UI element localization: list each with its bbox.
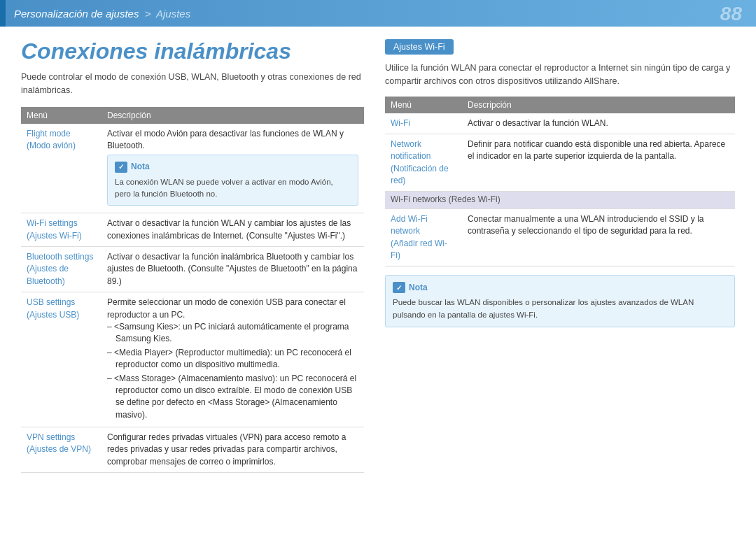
desc-cell: Definir para notificar cuando está dispo…	[462, 134, 735, 192]
settings-table: Menú Descripción Flight mode(Modo avión)…	[21, 107, 364, 474]
desc-cell: Activar o desactivar la función WLAN.	[462, 113, 735, 134]
table-row: Wi-Fi settings(Ajustes Wi-Fi) Activar o …	[21, 213, 364, 247]
breadcrumb-part1: Personalización de ajustes	[14, 8, 139, 20]
usb-list: <Samsung Kies>: un PC iniciará automátic…	[107, 321, 358, 421]
table-row: VPN settings(Ajustes de VPN) Configurar …	[21, 427, 364, 473]
col-header-desc: Descripción	[102, 107, 364, 124]
right-intro: Utilice la función WLAN para conectar el…	[385, 62, 735, 88]
table-row: USB settings(Ajustes USB) Permite selecc…	[21, 292, 364, 427]
main-content: Conexiones inalámbricas Puede controlar …	[0, 27, 756, 485]
wifi-col-menu: Menú	[385, 97, 462, 113]
menu-cell: VPN settings(Ajustes de VPN)	[21, 427, 102, 473]
table-row: Add Wi-Fi network(Añadir red Wi-Fi) Cone…	[385, 208, 735, 266]
note-icon: ✓	[115, 162, 127, 173]
note-text: La conexión WLAN se puede volver a activ…	[115, 178, 333, 198]
left-column: Conexiones inalámbricas Puede controlar …	[21, 39, 364, 473]
desc-text: Activar el modo Avión para desactivar la…	[107, 129, 344, 150]
intro-text: Puede controlar el modo de conexión USB,…	[21, 71, 364, 97]
note-header: ✓ Nota	[115, 161, 351, 173]
note-text: Puede buscar las WLAN disponibles o pers…	[393, 298, 694, 318]
desc-cell: Conectar manualmente a una WLAN introduc…	[462, 208, 735, 266]
menu-cell: USB settings(Ajustes USB)	[21, 292, 102, 427]
menu-cell: Wi-Fi settings(Ajustes Wi-Fi)	[21, 213, 102, 247]
page-number: 88	[720, 3, 742, 25]
wifi-table: Menú Descripción Wi-Fi Activar o desacti…	[385, 97, 735, 267]
note-label: Nota	[131, 161, 150, 173]
list-item: <Mass Storage> (Almacenamiento masivo): …	[107, 373, 358, 422]
breadcrumb-part2: Ajustes	[156, 8, 190, 20]
note-icon: ✓	[393, 282, 405, 293]
desc-cell: Activar o desactivar la función WLAN y c…	[102, 213, 364, 247]
right-column: Ajustes Wi-Fi Utilice la función WLAN pa…	[385, 39, 735, 473]
section-header-cell: Wi-Fi networks (Redes Wi-Fi)	[385, 192, 735, 208]
table-row: Network notification(Notificación de red…	[385, 134, 735, 192]
desc-main: Permite seleccionar un modo de conexión …	[107, 297, 346, 319]
col-header-menu: Menú	[21, 107, 102, 124]
page-title: Conexiones inalámbricas	[21, 39, 364, 64]
desc-cell: Configurar redes privadas virtuales (VPN…	[102, 427, 364, 473]
menu-cell: Bluetooth settings (Ajustes de Bluetooth…	[21, 246, 102, 292]
blue-stripe	[0, 0, 6, 27]
right-note-box: ✓ Nota Puede buscar las WLAN disponibles…	[385, 275, 735, 327]
menu-cell: Add Wi-Fi network(Añadir red Wi-Fi)	[385, 208, 462, 266]
table-row: Wi-Fi Activar o desactivar la función WL…	[385, 113, 735, 134]
breadcrumb: Personalización de ajustes > Ajustes	[14, 8, 190, 20]
breadcrumb-separator: >	[145, 8, 151, 20]
desc-cell: Activar el modo Avión para desactivar la…	[102, 124, 364, 213]
section-badge: Ajustes Wi-Fi	[385, 39, 454, 55]
list-item: <Samsung Kies>: un PC iniciará automátic…	[107, 321, 358, 346]
menu-cell: Wi-Fi	[385, 113, 462, 134]
wifi-col-desc: Descripción	[462, 97, 735, 113]
note-label: Nota	[409, 281, 428, 294]
table-row: Bluetooth settings (Ajustes de Bluetooth…	[21, 246, 364, 292]
list-item: <Media Player> (Reproductor multimedia):…	[107, 347, 358, 371]
menu-cell: Network notification(Notificación de red…	[385, 134, 462, 192]
note-box: ✓ Nota La conexión WLAN se puede volver …	[107, 155, 358, 206]
desc-cell: Activar o desactivar la función inalámbr…	[102, 246, 364, 292]
desc-cell: Permite seleccionar un modo de conexión …	[102, 292, 364, 427]
table-row: Flight mode(Modo avión) Activar el modo …	[21, 124, 364, 213]
header-bar: Personalización de ajustes > Ajustes 88	[0, 0, 756, 27]
note-header: ✓ Nota	[393, 281, 727, 294]
menu-cell: Flight mode(Modo avión)	[21, 124, 102, 213]
table-row: Wi-Fi networks (Redes Wi-Fi)	[385, 192, 735, 208]
